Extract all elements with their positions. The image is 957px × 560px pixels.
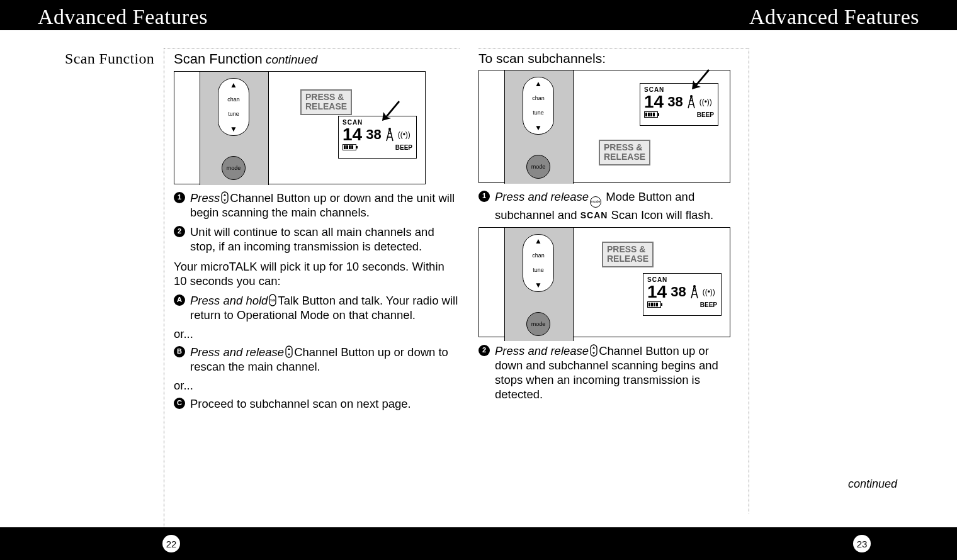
channel-button-panel: ▲ chan tune ▼ <box>523 77 554 135</box>
mode-button-graphic: mode <box>222 156 246 180</box>
step-item: 2 Press and releaseChannel Button up or … <box>479 344 739 402</box>
beep-label: BEEP <box>700 301 717 308</box>
up-arrow-icon: ▲ <box>230 81 237 89</box>
beep-label: BEEP <box>395 144 412 151</box>
paragraph: Your microTALK will pick it up for 10 se… <box>174 259 460 288</box>
bullet-b-icon: B <box>174 346 185 357</box>
step-item: B Press and releaseChannel Button up or … <box>174 345 460 374</box>
step-text: Proceed to subchannel scan on next page. <box>190 396 460 411</box>
illustration-right-2: ▲ chan tune ▼ mode PRESS &RELEASE SCAN 1… <box>479 227 730 337</box>
tower-icon <box>690 284 699 300</box>
battery-icon <box>644 111 658 118</box>
pointer-arrow-icon <box>380 99 401 125</box>
svg-text:Talk: Talk <box>270 298 276 302</box>
step-action: Press and hold <box>190 294 268 307</box>
signal-icon: ((•)) <box>699 98 712 106</box>
step-action: Press and release <box>190 345 284 359</box>
heading-suffix: continued <box>263 53 318 66</box>
illustration-left: ▲ chan tune ▼ mode PRESS &RELEASE SCAN 1… <box>174 71 426 184</box>
lcd-subchannel: 38 <box>671 285 686 299</box>
tune-label: tune <box>533 110 544 116</box>
step-item: 1 Press and releasemode Mode Button and … <box>479 189 739 222</box>
bullet-a-icon: A <box>174 294 185 306</box>
mode-button-graphic: mode <box>526 155 550 179</box>
bullet-2-icon: 2 <box>479 345 490 356</box>
tower-icon <box>687 94 696 109</box>
radio-body: ▲ chan tune ▼ mode <box>504 228 574 341</box>
step-action: Press <box>190 191 220 204</box>
battery-icon <box>343 144 356 150</box>
channel-button-icon <box>285 345 293 358</box>
heading-main: Scan Function <box>174 51 263 67</box>
tower-icon <box>385 127 394 142</box>
step-item: A Press and holdTalkTalk Button and talk… <box>174 293 460 322</box>
scan-word: SCAN <box>580 210 608 220</box>
mode-button-icon: mode <box>590 196 601 208</box>
channel-button-panel: ▲ chan tune ▼ <box>218 78 249 136</box>
footer-band: 22 23 <box>0 527 957 560</box>
step-text: Channel Button up or down and the unit w… <box>190 191 455 219</box>
mode-button-graphic: mode <box>526 312 550 336</box>
step-text: Unit will continue to scan all main chan… <box>190 225 460 254</box>
svg-rect-1 <box>222 192 228 203</box>
page-number-left: 22 <box>162 535 180 552</box>
lcd-channel: 14 <box>644 93 664 111</box>
signal-icon: ((•)) <box>703 288 715 296</box>
step-item: 2 Unit will continue to scan all main ch… <box>174 225 460 254</box>
lcd-display-left: SCAN 14 38 ((•)) BEEP <box>338 116 417 159</box>
lcd-subchannel: 38 <box>366 128 381 142</box>
channel-button-icon <box>220 191 229 204</box>
lcd-display-r2: SCAN 14 38 ((•)) BEEP <box>643 273 722 316</box>
page-number-right: 23 <box>853 535 871 552</box>
signal-icon: ((•)) <box>398 130 411 139</box>
radio-body: ▲ chan tune ▼ mode <box>200 72 269 185</box>
header-title-left: Advanced Features <box>38 5 208 29</box>
channel-button-icon <box>589 344 598 357</box>
svg-point-5 <box>690 95 693 98</box>
or-text: or... <box>174 379 460 393</box>
svg-point-0 <box>388 128 391 130</box>
lcd-subchannel: 38 <box>667 95 682 109</box>
page-right: To scan subchannels: ▲ chan tune ▼ mode … <box>479 30 957 527</box>
svg-rect-4 <box>286 346 292 357</box>
header-band: Advanced Features Advanced Features <box>0 0 957 30</box>
tune-label: tune <box>228 111 239 117</box>
down-arrow-icon: ▼ <box>535 281 542 289</box>
lcd-channel: 14 <box>647 283 667 301</box>
up-arrow-icon: ▲ <box>535 80 542 87</box>
bullet-1-icon: 1 <box>174 192 185 203</box>
radio-body: ▲ chan tune ▼ mode <box>504 70 574 184</box>
svg-rect-7 <box>591 345 597 356</box>
continued-note: continued <box>848 478 897 491</box>
or-text: or... <box>174 327 460 341</box>
down-arrow-icon: ▼ <box>535 124 542 132</box>
battery-icon <box>647 301 661 308</box>
sidebar-label: Scan Function <box>35 50 154 67</box>
tune-label: tune <box>533 267 544 273</box>
step-item: 1 PressChannel Button up or down and the… <box>174 191 460 220</box>
callout-press-release: PRESS &RELEASE <box>599 140 650 165</box>
step-action: Press and release <box>495 190 589 203</box>
svg-point-6 <box>693 285 696 288</box>
step-item: C Proceed to subchannel scan on next pag… <box>174 396 460 411</box>
chan-label: chan <box>532 253 545 259</box>
pointer-arrow-icon <box>689 68 711 93</box>
page-left: Scan Function Scan Function continued ▲ … <box>0 30 479 527</box>
chan-label: chan <box>227 97 240 103</box>
down-arrow-icon: ▼ <box>230 125 237 133</box>
subheading-right: To scan subchannels: <box>479 51 739 66</box>
step-text: Scan Icon will flash. <box>608 208 713 221</box>
bullet-2-icon: 2 <box>174 226 185 237</box>
channel-button-panel: ▲ chan tune ▼ <box>523 234 554 292</box>
beep-label: BEEP <box>697 111 714 118</box>
section-heading-left: Scan Function continued <box>174 51 460 67</box>
up-arrow-icon: ▲ <box>535 237 542 245</box>
chan-label: chan <box>532 96 545 101</box>
bullet-1-icon: 1 <box>479 191 490 202</box>
lcd-channel: 14 <box>343 126 362 143</box>
illustration-right-1: ▲ chan tune ▼ mode SCAN 14 38 ((•)) <box>479 70 730 183</box>
header-title-right: Advanced Features <box>749 5 919 29</box>
step-action: Press and release <box>495 344 589 357</box>
callout-press-release: PRESS &RELEASE <box>602 242 654 267</box>
callout-press-release: PRESS &RELEASE <box>300 89 352 115</box>
